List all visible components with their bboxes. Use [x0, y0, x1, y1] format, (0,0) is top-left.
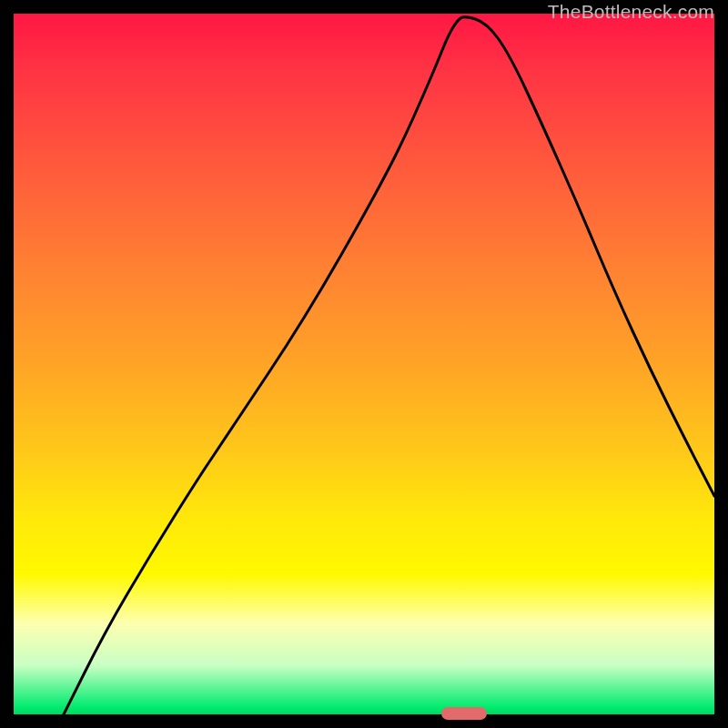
bottleneck-curve [14, 14, 714, 714]
optimal-marker-pill [441, 707, 487, 720]
chart-frame: TheBottleneck.com [14, 14, 714, 714]
watermark-text: TheBottleneck.com [548, 1, 714, 23]
